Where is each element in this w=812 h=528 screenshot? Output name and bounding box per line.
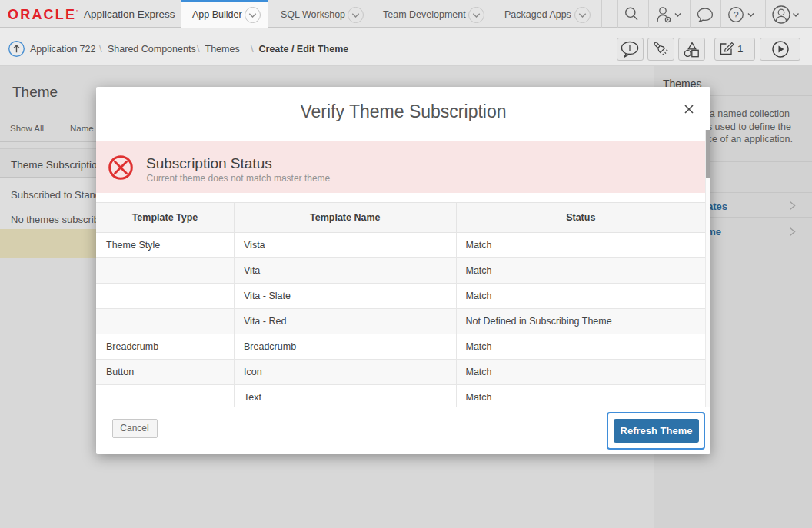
svg-text:?: ? bbox=[733, 9, 738, 21]
